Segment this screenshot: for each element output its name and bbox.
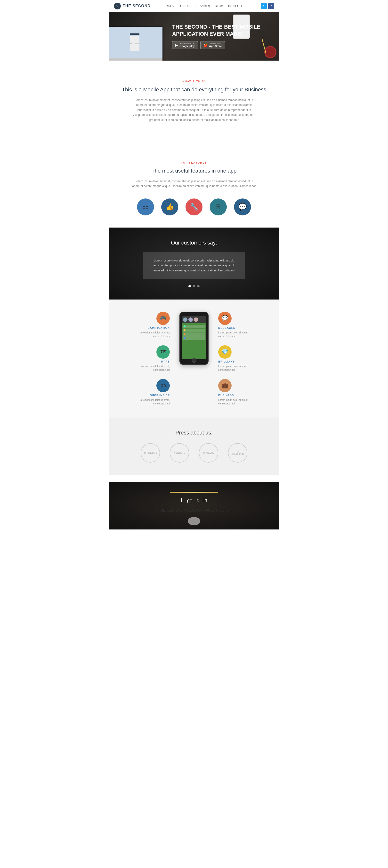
- phone-avatar-3: [194, 317, 198, 322]
- brilliant-title: BRILLIANT: [218, 360, 235, 363]
- nav-contacts[interactable]: CONTACTS: [228, 5, 245, 7]
- app-store-button[interactable]: 🍎 Available on the App Store: [200, 41, 225, 49]
- whats-this-body: Lorem ipsum dolor sit amet, consectetur …: [131, 98, 257, 122]
- twitter-icon[interactable]: t: [261, 3, 267, 9]
- laptop-base: [109, 58, 162, 61]
- phone-dot-3: [184, 333, 185, 335]
- hero-section: screenshot THE SECOND - THE BEST MOBILE …: [109, 12, 279, 61]
- hero-heading: THE SECOND - THE BEST MOBILE APPLICATION…: [172, 24, 274, 37]
- footer-social: f g⁺ t in: [114, 497, 274, 503]
- phone-dot-4: [184, 337, 185, 339]
- google-btn-text: ANDROID APP ON Google play: [179, 43, 195, 48]
- logo: 2: [114, 3, 121, 9]
- brand: 2 THE SECOND: [114, 3, 151, 9]
- customers-heading: Our customers say:: [119, 240, 269, 246]
- brilliant-feature: 💎 BRILLIANT Lorem ipsum dolor sit amet, …: [218, 345, 269, 372]
- shop-icon: 🛍: [156, 379, 170, 392]
- facebook-icon[interactable]: f: [268, 3, 274, 9]
- dot-3[interactable]: [197, 285, 200, 287]
- phone-screen-header: [182, 316, 206, 323]
- apps-symbol: ⚏: [143, 203, 149, 211]
- customers-section: Our customers say: Lorem ipsum dolor sit…: [109, 227, 279, 300]
- google-btn-top: ANDROID APP ON: [179, 43, 195, 44]
- apple-btn-text: Available on the App Store: [209, 43, 222, 48]
- footer-pencil-decoration: [170, 492, 218, 493]
- whats-this-tag: WHAT'S THIS?: [119, 80, 269, 83]
- footer-googleplus-icon[interactable]: g⁺: [187, 497, 192, 503]
- maps-icon: 🗺: [156, 345, 170, 359]
- press-heading: Press about us:: [119, 430, 269, 436]
- feature-chat-icon[interactable]: 💬: [234, 198, 251, 215]
- whats-this-heading: This is a Mobile App that can do everyth…: [119, 87, 269, 93]
- feature-equalizer-icon[interactable]: 🎚: [210, 198, 227, 215]
- apple-btn-top: Available on the: [209, 43, 222, 44]
- navbar: 2 THE SECOND MAIN ABOUT SERVICES BLOG CO…: [109, 0, 279, 12]
- nav-links: MAIN ABOUT SERVICES BLOG CONTACTS: [167, 5, 244, 7]
- feature-apps-icon[interactable]: ⚏: [137, 198, 154, 215]
- phone-home-button-wrap: [191, 358, 197, 363]
- hero-content: THE SECOND - THE BEST MOBILE APPLICATION…: [109, 24, 279, 49]
- thumbsup-symbol: 👍: [166, 203, 174, 211]
- phone-row-1: [183, 325, 205, 328]
- chat-symbol: 💬: [238, 203, 247, 211]
- phone-mockup-container: [175, 312, 213, 365]
- press-logo-2: ✦ AWARD: [170, 443, 189, 463]
- equalizer-symbol: 🎚: [215, 203, 222, 211]
- logo-letter: 2: [116, 4, 118, 8]
- feature-thumbsup-icon[interactable]: 👍: [161, 198, 178, 215]
- footer-copyright: THE SECOND © 2015 PRIVACY POLICY: [114, 508, 274, 513]
- wrench-symbol: 🔧: [190, 203, 198, 211]
- nav-about[interactable]: ABOUT: [179, 5, 190, 7]
- google-play-icon: ▶: [175, 43, 178, 47]
- business-feature: 💼 BUSINESS Lorem ipsum dolor sit amet, c…: [218, 379, 269, 405]
- nav-blog[interactable]: BLOG: [215, 5, 223, 7]
- top-features-tag: TOP FEATURES: [119, 161, 269, 164]
- features-icon-list: ⚏ 👍 🔧 🎚 💬: [119, 198, 269, 215]
- phone-screen: [182, 316, 206, 360]
- messages-desc: Lorem ipsum dolor sit amet, consectetur …: [218, 331, 250, 338]
- phone-home-button[interactable]: [191, 358, 197, 363]
- testimonial-box: Lorem ipsum dolor sit amet, consectetur …: [143, 252, 245, 279]
- nav-services[interactable]: SERVICES: [195, 5, 210, 7]
- app-features-section: 🎮 GAMIFICATION Lorem ipsum dolor sit ame…: [109, 300, 279, 417]
- business-title: BUSINESS: [218, 394, 234, 397]
- footer: f g⁺ t in THE SECOND © 2015 PRIVACY POLI…: [109, 482, 279, 529]
- brand-title: THE SECOND: [123, 4, 151, 8]
- press-logos: ★ PRESS 1 ✦ AWARD ▶ MEDIA ⬡ HIMALATAT: [119, 443, 269, 463]
- press-logo-4: ⬡ HIMALATAT: [228, 443, 247, 463]
- press-logo-3: ▶ MEDIA: [199, 443, 218, 463]
- footer-linkedin-icon[interactable]: in: [204, 497, 207, 503]
- google-play-button[interactable]: ▶ ANDROID APP ON Google play: [172, 41, 198, 49]
- messages-icon: 💬: [218, 312, 232, 325]
- dot-2[interactable]: [193, 285, 195, 287]
- shop-title: SHOP INSIDE: [150, 394, 170, 397]
- app-features-left: 🎮 GAMIFICATION Lorem ipsum dolor sit ame…: [119, 312, 170, 405]
- footer-facebook-icon[interactable]: f: [181, 497, 182, 503]
- phone-mockup: [179, 312, 209, 365]
- feature-wrench-icon[interactable]: 🔧: [185, 198, 203, 215]
- top-features-body: Lorem ipsum dolor sit amet, consectetur …: [131, 179, 257, 189]
- gamification-icon: 🎮: [156, 312, 170, 325]
- footer-privacy[interactable]: PRIVACY POLICY: [198, 508, 230, 512]
- apple-icon: 🍎: [204, 43, 208, 47]
- social-links: t f: [261, 3, 274, 9]
- messages-feature: 💬 MESSAGES Lorem ipsum dolor sit amet, c…: [218, 312, 269, 338]
- press-section: Press about us: ★ PRESS 1 ✦ AWARD ▶ MEDI…: [109, 417, 279, 475]
- brilliant-icon: 💎: [218, 345, 232, 359]
- testimonial-dots: [119, 285, 269, 287]
- shop-feature: 🛍 SHOP INSIDE Lorem ipsum dolor sit amet…: [119, 379, 170, 405]
- press-logo-1: ★ PRESS 1: [141, 443, 160, 463]
- phone-row-4: [183, 336, 205, 340]
- maps-desc: Lorem ipsum dolor sit amet, consectetur …: [138, 365, 170, 372]
- footer-twitter-icon[interactable]: t: [197, 497, 199, 503]
- nav-main[interactable]: MAIN: [167, 5, 175, 7]
- phone-content: [182, 323, 206, 341]
- maps-feature: 🗺 MAPS Lorem ipsum dolor sit amet, conse…: [119, 345, 170, 372]
- business-desc: Lorem ipsum dolor sit amet, consectetur …: [218, 398, 250, 405]
- footer-copyright-text: THE SECOND © 2015: [158, 508, 197, 512]
- top-features-heading: The most useful features in one app: [119, 168, 269, 174]
- dot-1[interactable]: [188, 285, 191, 287]
- phone-avatar-1: [183, 317, 187, 322]
- footer-mouse-decoration: [188, 517, 200, 525]
- gamification-title: GAMIFICATION: [147, 327, 170, 329]
